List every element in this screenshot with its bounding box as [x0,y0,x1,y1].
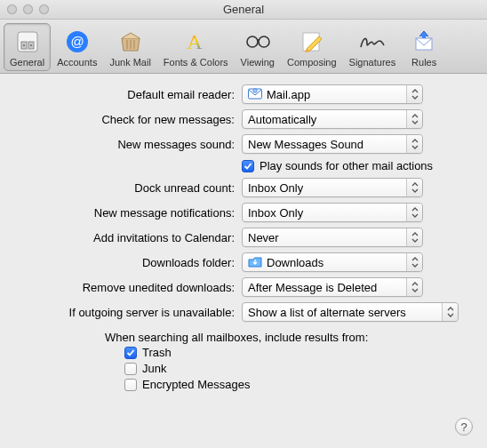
tab-label: Signatures [349,57,396,68]
svg-point-3 [23,44,25,46]
default-reader-popup[interactable]: Mail.app [242,84,423,104]
checkbox-box [124,363,137,375]
play-sounds-label: Play sounds for other mail actions [259,159,433,172]
minimize-window-button[interactable] [23,4,33,14]
fonts-icon: A [181,28,210,56]
svg-point-4 [30,44,32,46]
tab-viewing[interactable]: Viewing [235,23,281,71]
remove-downloads-label: Remove unedited downloads: [9,281,242,294]
search-encrypted-checkbox[interactable]: Encrypted Messages [124,378,471,391]
sound-label: New messages sound: [9,138,242,151]
default-reader-value: Mail.app [267,88,310,101]
tab-label: Fonts & Colors [164,57,228,68]
prefs-content: Default email reader: Mail.app Check for… [0,74,487,404]
downloads-popup[interactable]: Downloads [242,252,423,272]
svg-point-12 [259,36,269,47]
tab-label: Rules [411,57,436,68]
viewing-icon [244,28,272,56]
search-encrypted-label: Encrypted Messages [142,378,250,391]
popup-arrows-icon [406,253,422,271]
downloads-value: Downloads [267,256,323,269]
svg-point-17 [253,89,257,92]
svg-text:A: A [188,30,204,53]
tab-general[interactable]: General [4,23,51,71]
check-messages-label: Check for new messages: [9,113,242,126]
svg-rect-0 [18,32,37,52]
popup-arrows-icon [442,303,458,321]
tab-label: General [10,57,44,68]
window-title: General [0,3,487,16]
search-trash-checkbox[interactable]: Trash [124,346,471,359]
outgoing-label: If outgoing server is unavailable: [9,306,242,319]
junkmail-icon [116,28,145,56]
check-messages-popup[interactable]: Automatically [242,109,423,129]
popup-arrows-icon [406,110,422,128]
svg-rect-15 [422,34,426,38]
svg-point-11 [247,36,258,47]
search-trash-label: Trash [142,346,172,359]
outgoing-popup[interactable]: Show a list of alternate servers [242,302,459,322]
popup-arrows-icon [406,204,422,221]
default-reader-label: Default email reader: [9,88,242,101]
tab-label: Viewing [241,57,275,68]
tab-junk-mail[interactable]: Junk Mail [103,23,156,71]
search-heading: When searching all mailboxes, include re… [105,331,471,344]
signatures-icon [358,28,387,56]
popup-arrows-icon [406,85,422,103]
dock-count-value: Inbox Only [248,181,303,195]
popup-arrows-icon [406,179,422,196]
search-junk-label: Junk [142,362,166,375]
tab-label: Junk Mail [109,57,150,68]
checkbox-box [124,379,137,391]
popup-arrows-icon [406,135,422,153]
close-window-button[interactable] [7,4,17,14]
prefs-toolbar: General @ Accounts Junk Mail A Fonts & C… [0,20,487,74]
help-button[interactable]: ? [455,418,473,436]
remove-downloads-value: After Message is Deleted [248,281,377,294]
checkbox-box [124,347,137,359]
sound-popup[interactable]: New Messages Sound [242,134,423,154]
composing-icon [298,28,326,56]
accounts-icon: @ [63,28,92,56]
downloads-label: Downloads folder: [9,256,242,269]
notifications-popup[interactable]: Inbox Only [242,203,423,222]
checkbox-box [242,160,254,172]
calendar-label: Add invitations to Calendar: [9,231,242,244]
titlebar: General [0,0,487,20]
check-messages-value: Automatically [248,113,316,126]
svg-text:@: @ [70,34,84,49]
tab-accounts[interactable]: @ Accounts [51,23,103,71]
notifications-label: New message notifications: [9,206,242,220]
tab-label: Accounts [57,57,97,68]
calendar-popup[interactable]: Never [242,228,423,247]
popup-arrows-icon [406,278,422,296]
window-controls [7,4,49,14]
rules-icon [410,28,438,56]
tab-signatures[interactable]: Signatures [343,23,403,71]
outgoing-value: Show a list of alternate servers [248,306,406,319]
sound-value: New Messages Sound [248,138,363,151]
help-icon: ? [460,420,467,434]
remove-downloads-popup[interactable]: After Message is Deleted [242,277,423,297]
tab-rules[interactable]: Rules [402,23,446,71]
popup-arrows-icon [406,228,422,246]
general-icon [13,28,42,56]
dock-count-label: Dock unread count: [9,181,242,195]
tab-composing[interactable]: Composing [281,23,343,71]
tab-fonts-colors[interactable]: A Fonts & Colors [157,23,235,71]
play-sounds-checkbox[interactable]: Play sounds for other mail actions [242,159,471,172]
tab-label: Composing [287,57,337,68]
downloads-folder-icon [248,255,262,269]
zoom-window-button[interactable] [39,4,49,14]
mail-app-icon [248,87,262,101]
search-junk-checkbox[interactable]: Junk [124,362,471,375]
notifications-value: Inbox Only [248,206,303,220]
calendar-value: Never [248,231,279,244]
dock-count-popup[interactable]: Inbox Only [242,178,423,197]
